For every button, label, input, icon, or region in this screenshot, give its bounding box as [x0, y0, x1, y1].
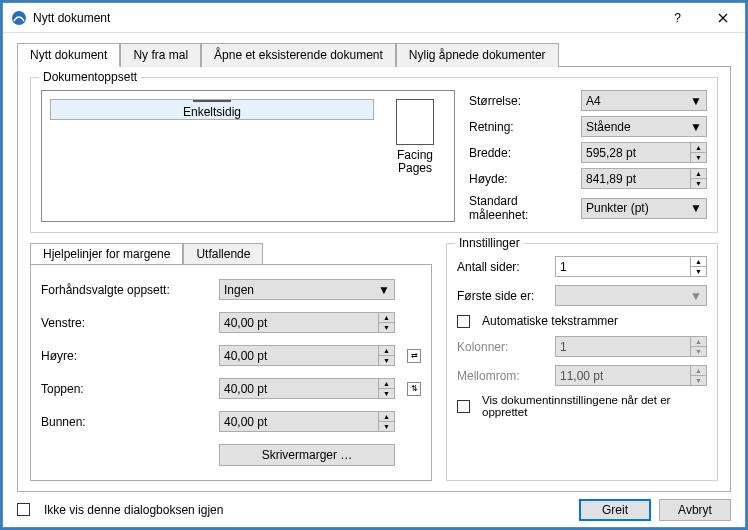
chevron-down-icon: ▼	[690, 120, 702, 134]
window-title: Nytt dokument	[33, 11, 655, 25]
group-title-settings: Innstillinger	[455, 236, 524, 250]
cancel-button[interactable]: Avbryt	[659, 499, 731, 521]
chevron-down-icon: ▼	[690, 289, 702, 303]
page-layout-list: Enkeltsidig Facing Pages	[41, 90, 455, 222]
chevron-down-icon: ▼	[378, 283, 390, 297]
svg-point-0	[12, 11, 26, 25]
settings-column: Innstillinger Antall sider: ▲▼ Første si…	[446, 243, 718, 481]
first-page-label: Første side er:	[457, 289, 549, 303]
show-settings-checkbox[interactable]	[457, 400, 470, 413]
preset-select[interactable]: Ingen▼	[219, 279, 395, 300]
document-layout-group: Dokumentoppsett Enkeltsidig Facing Pages	[30, 77, 718, 233]
unit-select[interactable]: Punkter (pt)▼	[581, 198, 707, 219]
spin-down-icon[interactable]: ▼	[690, 179, 706, 188]
auto-frames-checkbox[interactable]	[457, 315, 470, 328]
show-settings-label: Vis dokumentinnstillingene når det er op…	[482, 394, 707, 418]
margin-right-label: Høyre:	[41, 349, 211, 363]
width-spinner[interactable]: ▲▼	[581, 142, 707, 163]
orientation-select[interactable]: Stående▼	[581, 116, 707, 137]
margin-bottom-label: Bunnen:	[41, 415, 211, 429]
tab-panel: Dokumentoppsett Enkeltsidig Facing Pages	[17, 67, 731, 492]
close-icon	[718, 13, 728, 23]
size-select[interactable]: A4▼	[581, 90, 707, 111]
tab-recent[interactable]: Nylig åpnede dokumenter	[396, 43, 559, 67]
pages-spinner[interactable]: ▲▼	[555, 256, 707, 277]
margin-right-spinner[interactable]: ▲▼	[219, 345, 395, 366]
layout-single-page[interactable]: Enkeltsidig	[50, 99, 374, 120]
close-button[interactable]	[700, 3, 745, 32]
dialog-window: Nytt dokument ? Nytt dokument Ny fra mal…	[2, 2, 746, 528]
help-button[interactable]: ?	[655, 3, 700, 32]
preset-label: Forhåndsvalgte oppsett:	[41, 283, 211, 297]
spin-down-icon[interactable]: ▼	[690, 153, 706, 162]
main-tabs: Nytt dokument Ny fra mal Åpne et eksiste…	[17, 43, 731, 67]
chevron-down-icon: ▼	[690, 94, 702, 108]
columns-label: Kolonner:	[457, 340, 549, 354]
margin-top-spinner[interactable]: ▲▼	[219, 378, 395, 399]
spin-up-icon[interactable]: ▲	[690, 169, 706, 179]
printer-margins-button[interactable]: Skrivermarger …	[219, 444, 395, 466]
margin-top-label: Toppen:	[41, 382, 211, 396]
content-area: Nytt dokument Ny fra mal Åpne et eksiste…	[3, 33, 745, 492]
first-page-select[interactable]: ▼	[555, 285, 707, 306]
auto-frames-label: Automatiske tekstrammer	[482, 314, 618, 328]
link-vertical-icon[interactable]: ⇅	[407, 382, 421, 396]
group-title-layout: Dokumentoppsett	[39, 70, 141, 84]
margin-bottom-spinner[interactable]: ▲▼	[219, 411, 395, 432]
layout-facing-pages[interactable]: Facing Pages	[384, 99, 446, 213]
pages-label: Antall sider:	[457, 260, 549, 274]
columns-spinner: ▲▼	[555, 336, 707, 357]
gap-label: Mellomrom:	[457, 369, 549, 383]
margin-left-label: Venstre:	[41, 316, 211, 330]
unit-label: Standard måleenhet:	[469, 194, 575, 222]
margins-column: Hjelpelinjer for margene Utfallende Forh…	[30, 243, 432, 481]
spin-up-icon[interactable]: ▲	[690, 143, 706, 153]
tab-new-document[interactable]: Nytt dokument	[17, 43, 120, 67]
subtab-bleed[interactable]: Utfallende	[183, 243, 263, 265]
dont-show-checkbox[interactable]	[17, 503, 30, 516]
tab-open-existing[interactable]: Åpne et eksisterende dokument	[201, 43, 396, 67]
width-label: Bredde:	[469, 146, 575, 160]
tab-from-template[interactable]: Ny fra mal	[120, 43, 201, 67]
dialog-footer: Ikke vis denne dialogboksen igjen Greit …	[3, 492, 745, 527]
link-horizontal-icon[interactable]: ⇄	[407, 349, 421, 363]
app-icon	[11, 10, 27, 26]
dont-show-label: Ikke vis denne dialogboksen igjen	[44, 503, 223, 517]
subtab-margins[interactable]: Hjelpelinjer for margene	[30, 243, 183, 265]
facing-pages-icon	[396, 99, 434, 145]
single-page-icon	[193, 100, 231, 102]
orientation-label: Retning:	[469, 120, 575, 134]
height-spinner[interactable]: ▲▼	[581, 168, 707, 189]
titlebar: Nytt dokument ?	[3, 3, 745, 33]
height-label: Høyde:	[469, 172, 575, 186]
chevron-down-icon: ▼	[690, 201, 702, 215]
ok-button[interactable]: Greit	[579, 499, 651, 521]
size-label: Størrelse:	[469, 94, 575, 108]
margin-left-spinner[interactable]: ▲▼	[219, 312, 395, 333]
gap-spinner: ▲▼	[555, 365, 707, 386]
